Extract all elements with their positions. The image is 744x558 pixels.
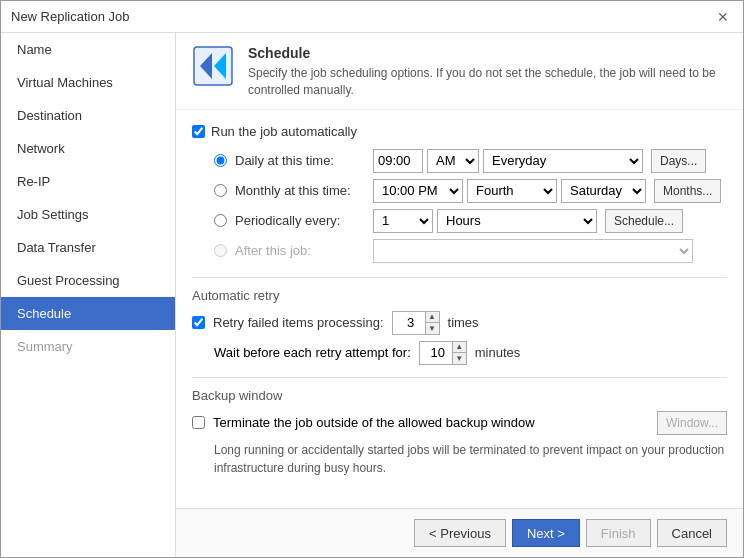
wait-count-up[interactable]: ▲	[452, 342, 466, 354]
retry-spinners: ▲ ▼	[425, 312, 439, 334]
run-automatically-label: Run the job automatically	[211, 124, 357, 139]
terminate-label: Terminate the job outside of the allowed…	[213, 415, 535, 430]
wait-label: Wait before each retry attempt for:	[214, 345, 411, 360]
page-header: Schedule Specify the job scheduling opti…	[176, 33, 743, 110]
after-job-radio[interactable]	[214, 244, 227, 257]
content-area: Schedule Specify the job scheduling opti…	[176, 33, 743, 557]
wait-count-down[interactable]: ▼	[452, 353, 466, 364]
daily-frequency-select[interactable]: Everyday Weekdays Weekends	[483, 149, 643, 173]
wait-count-wrapper: ▲ ▼	[419, 341, 467, 365]
retry-row: Retry failed items processing: ▲ ▼ times	[192, 311, 727, 335]
page-description: Specify the job scheduling options. If y…	[248, 65, 727, 99]
schedule-radio-group: Daily at this time: AM PM Everyday Weekd…	[214, 149, 727, 263]
main-window: New Replication Job ✕ Name Virtual Machi…	[0, 0, 744, 558]
schedule-icon	[192, 45, 234, 87]
retry-label: Retry failed items processing:	[213, 315, 384, 330]
svg-rect-0	[194, 47, 232, 85]
wait-spinners: ▲ ▼	[452, 342, 466, 364]
periodic-row: Periodically every: 1 2 4 6 Hours Minute…	[214, 209, 727, 233]
schedule-button[interactable]: Schedule...	[605, 209, 683, 233]
backup-description: Long running or accidentally started job…	[214, 441, 727, 477]
sidebar-item-name[interactable]: Name	[1, 33, 175, 66]
daily-row: Daily at this time: AM PM Everyday Weekd…	[214, 149, 727, 173]
periodic-controls: 1 2 4 6 Hours Minutes	[373, 209, 597, 233]
backup-window-section: Backup window Terminate the job outside …	[192, 377, 727, 477]
close-button[interactable]: ✕	[713, 7, 733, 27]
wait-suffix: minutes	[475, 345, 521, 360]
monthly-day-select[interactable]: Sunday Monday Tuesday Wednesday Thursday…	[561, 179, 646, 203]
window-title: New Replication Job	[11, 9, 130, 24]
retry-section-title: Automatic retry	[192, 288, 727, 303]
finish-button[interactable]: Finish	[586, 519, 651, 547]
cancel-button[interactable]: Cancel	[657, 519, 727, 547]
after-job-row: After this job:	[214, 239, 727, 263]
days-button[interactable]: Days...	[651, 149, 706, 173]
retry-section: Automatic retry Retry failed items proce…	[192, 277, 727, 365]
sidebar: Name Virtual Machines Destination Networ…	[1, 33, 176, 557]
window-button[interactable]: Window...	[657, 411, 727, 435]
sidebar-item-destination[interactable]: Destination	[1, 99, 175, 132]
daily-label: Daily at this time:	[235, 153, 365, 168]
after-job-select[interactable]	[373, 239, 693, 263]
daily-radio[interactable]	[214, 154, 227, 167]
daily-ampm-select[interactable]: AM PM	[427, 149, 479, 173]
page-title: Schedule	[248, 45, 727, 61]
page-header-text: Schedule Specify the job scheduling opti…	[248, 45, 727, 99]
retry-count-down[interactable]: ▼	[425, 323, 439, 334]
run-automatically-checkbox[interactable]	[192, 125, 205, 138]
after-job-controls	[373, 239, 693, 263]
sidebar-item-guest-processing[interactable]: Guest Processing	[1, 264, 175, 297]
sidebar-item-summary: Summary	[1, 330, 175, 363]
backup-section-title: Backup window	[192, 388, 727, 403]
previous-button[interactable]: < Previous	[414, 519, 506, 547]
title-bar: New Replication Job ✕	[1, 1, 743, 33]
monthly-week-select[interactable]: First Second Third Fourth Last	[467, 179, 557, 203]
retry-count-up[interactable]: ▲	[425, 312, 439, 324]
run-automatically-row: Run the job automatically	[192, 124, 727, 139]
sidebar-item-job-settings[interactable]: Job Settings	[1, 198, 175, 231]
retry-checkbox[interactable]	[192, 316, 205, 329]
monthly-radio[interactable]	[214, 184, 227, 197]
sidebar-item-virtual-machines[interactable]: Virtual Machines	[1, 66, 175, 99]
next-button[interactable]: Next >	[512, 519, 580, 547]
terminate-checkbox[interactable]	[192, 416, 205, 429]
daily-controls: AM PM Everyday Weekdays Weekends	[373, 149, 643, 173]
sidebar-item-re-ip[interactable]: Re-IP	[1, 165, 175, 198]
backup-terminate-row: Terminate the job outside of the allowed…	[192, 411, 727, 435]
periodic-unit-select[interactable]: Hours Minutes	[437, 209, 597, 233]
page-content: Run the job automatically Daily at this …	[176, 110, 743, 508]
sidebar-item-data-transfer[interactable]: Data Transfer	[1, 231, 175, 264]
daily-time-input[interactable]	[373, 149, 423, 173]
sidebar-item-network[interactable]: Network	[1, 132, 175, 165]
after-job-label: After this job:	[235, 243, 365, 258]
sidebar-item-schedule[interactable]: Schedule	[1, 297, 175, 330]
wait-row: Wait before each retry attempt for: ▲ ▼ …	[192, 341, 727, 365]
months-button[interactable]: Months...	[654, 179, 721, 203]
main-layout: Name Virtual Machines Destination Networ…	[1, 33, 743, 557]
monthly-label: Monthly at this time:	[235, 183, 365, 198]
periodic-value-select[interactable]: 1 2 4 6	[373, 209, 433, 233]
footer: < Previous Next > Finish Cancel	[176, 508, 743, 557]
monthly-time-select[interactable]: 10:00 PM	[373, 179, 463, 203]
retry-suffix: times	[448, 315, 479, 330]
monthly-controls: 10:00 PM First Second Third Fourth Last …	[373, 179, 646, 203]
periodic-label: Periodically every:	[235, 213, 365, 228]
periodic-radio[interactable]	[214, 214, 227, 227]
monthly-row: Monthly at this time: 10:00 PM First Sec…	[214, 179, 727, 203]
retry-count-wrapper: ▲ ▼	[392, 311, 440, 335]
